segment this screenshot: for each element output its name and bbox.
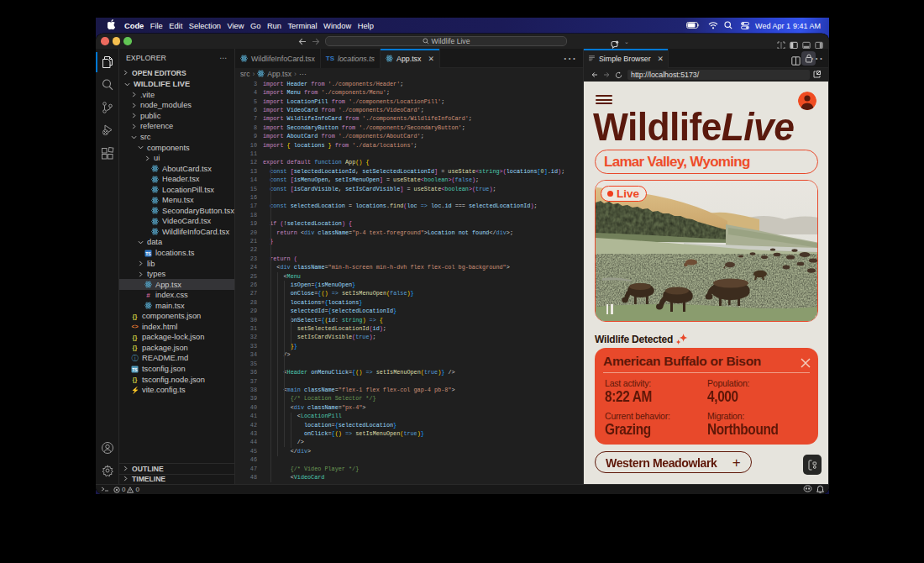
svg-text:TS: TS	[145, 250, 151, 255]
svg-text:TS: TS	[132, 366, 138, 371]
